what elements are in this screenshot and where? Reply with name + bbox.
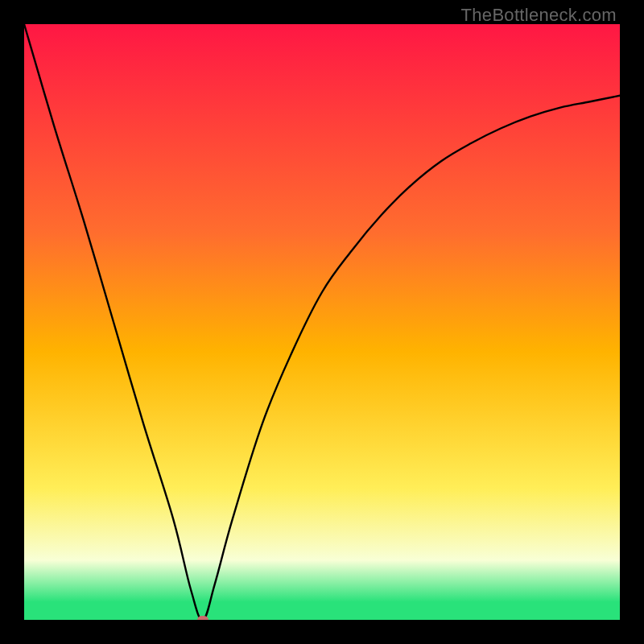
chart-frame: TheBottleneck.com — [0, 0, 644, 644]
minimum-marker — [197, 616, 208, 620]
bottleneck-curve — [24, 24, 620, 620]
watermark-text: TheBottleneck.com — [461, 5, 617, 26]
plot-area — [24, 24, 620, 620]
